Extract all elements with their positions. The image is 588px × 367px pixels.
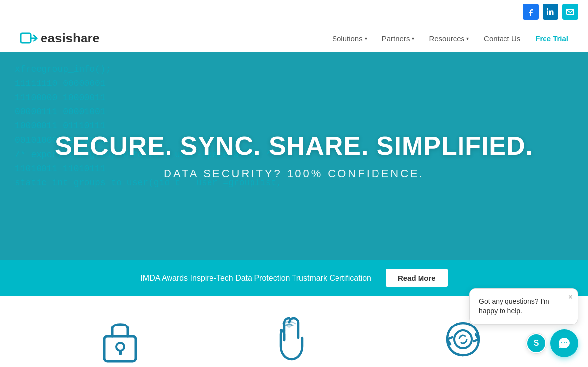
read-more-button[interactable]: Read More <box>386 269 448 287</box>
svg-rect-1 <box>104 336 136 361</box>
chat-logo: S <box>527 334 545 352</box>
chat-message: Got any questions? I'm happy to help. <box>479 297 569 316</box>
lock-icon <box>100 316 140 363</box>
hero-content: SECURE. SYNC. SHARE. SIMPLIFIED. DATA SE… <box>55 132 533 180</box>
top-bar <box>0 0 588 24</box>
chat-close-button[interactable]: × <box>568 293 573 302</box>
svg-point-6 <box>459 335 467 343</box>
nav-links: Solutions ▾ Partners ▾ Resources ▾ Conta… <box>332 34 568 42</box>
email-icon[interactable] <box>562 4 578 20</box>
hero-title: SECURE. SYNC. SHARE. SIMPLIFIED. <box>55 132 533 160</box>
resources-chevron: ▾ <box>466 36 469 41</box>
facebook-icon[interactable] <box>523 4 539 20</box>
free-trial-button[interactable]: Free Trial <box>535 34 568 42</box>
svg-point-2 <box>116 343 124 351</box>
chat-widget: × Got any questions? I'm happy to help. … <box>469 288 578 357</box>
hero-subtitle: DATA SECURITY? 100% CONFIDENCE. <box>55 167 533 180</box>
nav-solutions[interactable]: Solutions ▾ <box>332 34 367 42</box>
solutions-chevron: ▾ <box>365 36 367 41</box>
logo-icon <box>20 29 38 47</box>
social-icons <box>523 4 578 20</box>
logo[interactable]: easishare <box>20 29 100 47</box>
nav-partners[interactable]: Partners ▾ <box>382 34 415 42</box>
nav-contact[interactable]: Contact Us <box>484 34 520 42</box>
feature-security <box>100 316 140 363</box>
svg-rect-3 <box>119 350 122 355</box>
svg-rect-0 <box>21 33 31 43</box>
hero-section: xfreegroup_info(); 11111110 00000001 111… <box>0 52 588 260</box>
feature-touch <box>272 316 306 363</box>
touch-icon <box>272 316 306 363</box>
banner-text: IMDA Awards Inspire-Tech Data Protection… <box>140 274 371 283</box>
chat-agent-button[interactable] <box>550 329 578 357</box>
logo-text: easishare <box>41 31 100 46</box>
partners-chevron: ▾ <box>412 36 414 41</box>
linkedin-icon[interactable] <box>543 4 558 20</box>
navbar: easishare Solutions ▾ Partners ▾ Resourc… <box>0 24 588 52</box>
chat-bubble: × Got any questions? I'm happy to help. <box>469 288 578 325</box>
nav-resources[interactable]: Resources ▾ <box>429 34 469 42</box>
